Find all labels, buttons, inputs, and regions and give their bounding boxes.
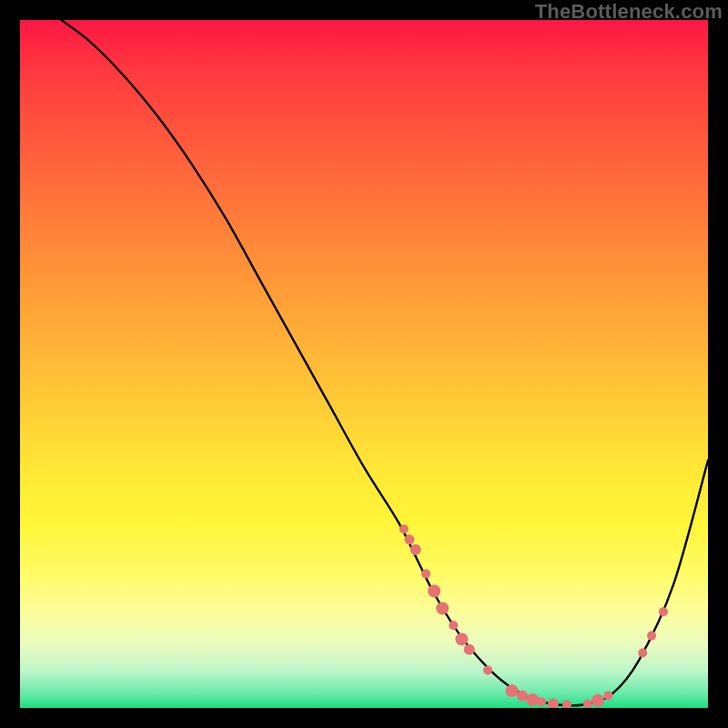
chart-frame (20, 20, 708, 708)
chart-background-gradient (20, 20, 708, 708)
watermark-text: TheBottleneck.com (535, 0, 723, 24)
